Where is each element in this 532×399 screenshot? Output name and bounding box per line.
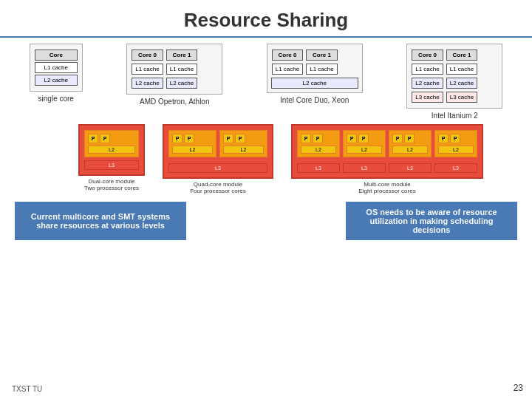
itanium-core0-l3: L3 cache <box>412 92 443 103</box>
intel-duo-core1-label: Core 1 <box>306 50 337 61</box>
multi-pp-row-3: P P <box>392 134 428 143</box>
multi-core-inner-4: P P L2 <box>434 130 477 157</box>
dual-core-inner: P P L2 <box>84 130 139 157</box>
bottom-row: Current multicore and SMT systems share … <box>7 202 525 240</box>
multi-l3-3: L3 <box>389 163 432 173</box>
l1-cache: L1 cache <box>35 62 78 73</box>
intel-duo-core1: Core 1 L1 cache <box>305 48 338 76</box>
quad-p1: P <box>172 134 183 143</box>
info-box-right: OS needs to be aware of resource utiliza… <box>346 202 517 240</box>
multi-p6: P <box>404 134 415 143</box>
quad-pp-row-1: P P <box>172 134 213 143</box>
arch-amd: Core 0 L1 cache L2 cache Core 1 L1 cache… <box>126 44 222 106</box>
arch-single-core: Core L1 cache L2 cache single core <box>30 44 83 103</box>
arch-intel-duo: Core 0 L1 cache Core 1 L1 cache L2 cache… <box>267 44 363 104</box>
amd-core1-l1: L1 cache <box>166 64 197 75</box>
quad-core-inner-1: P P L2 <box>168 130 216 157</box>
multi-pp-row-4: P P <box>438 134 474 143</box>
amd-cores: Core 0 L1 cache L2 cache Core 1 L1 cache… <box>131 48 218 90</box>
single-core-label: single core <box>38 95 74 103</box>
module-multi: P P L2 P P L2 P <box>291 124 483 194</box>
itanium-label: Intel Itanium 2 <box>432 112 478 120</box>
itanium-core1-label: Core 1 <box>446 50 477 61</box>
dual-l2: L2 <box>88 146 135 154</box>
page-title: Resource Sharing <box>0 9 532 32</box>
multi-core-inner-1: P P L2 <box>297 130 340 157</box>
itanium-core1: Core 1 L1 cache L2 cache L3 cache <box>446 48 478 104</box>
intel-duo-shared-l2: L2 cache <box>271 78 358 89</box>
amd-core1-label: Core 1 <box>166 50 197 61</box>
quad-module-label: Quad-core moduleFour processor cores <box>190 181 246 194</box>
multi-l3-4: L3 <box>434 163 477 173</box>
quad-p2: P <box>184 134 194 143</box>
dual-pp-row: P P <box>88 134 135 143</box>
multi-pp-row-1: P P <box>301 134 336 143</box>
page-number: 23 <box>514 383 523 393</box>
main-content: Core L1 cache L2 cache single core Core … <box>0 38 532 240</box>
page-header: Resource Sharing <box>0 0 532 38</box>
core-label: Core <box>35 50 78 61</box>
multi-l2-3: L2 <box>392 146 428 154</box>
amd-core1-l2: L2 cache <box>166 78 197 89</box>
arch-row: Core L1 cache L2 cache single core Core … <box>7 44 525 120</box>
itanium-core0-l1: L1 cache <box>412 64 443 75</box>
quad-l2-2: L2 <box>223 146 264 154</box>
module-row: P P L2 L3 Dual-core moduleTwo processor … <box>7 124 525 194</box>
intel-duo-core0-l1: L1 cache <box>272 64 303 75</box>
itanium-cores: Core 0 L1 cache L2 cache L3 cache Core 1… <box>411 48 498 104</box>
multi-p3: P <box>347 134 357 143</box>
intel-duo-label: Intel Core Duo, Xeon <box>280 96 349 104</box>
quad-pp-row-2: P P <box>223 134 264 143</box>
multi-l2-1: L2 <box>301 146 336 154</box>
multi-core-diagram: P P L2 P P L2 P <box>291 124 483 179</box>
quad-l2-1: L2 <box>172 146 213 154</box>
intel-duo-core0: Core 0 L1 cache <box>271 48 304 76</box>
intel-duo-core0-label: Core 0 <box>272 50 303 61</box>
multi-p5: P <box>392 134 403 143</box>
multi-l3-1: L3 <box>297 163 340 173</box>
quad-p3: P <box>223 134 233 143</box>
module-dual: P P L2 L3 Dual-core moduleTwo processor … <box>78 124 145 191</box>
itanium-core0-label: Core 0 <box>412 50 443 61</box>
itanium-core0: Core 0 L1 cache L2 cache L3 cache <box>411 48 443 104</box>
itanium-core1-l2: L2 cache <box>446 78 477 89</box>
multi-p8: P <box>450 134 460 143</box>
quad-core-inner-2: P P L2 <box>219 130 267 157</box>
itanium-core1-l3: L3 cache <box>446 92 477 103</box>
multi-l2-4: L2 <box>438 146 474 154</box>
quad-core-diagram: P P L2 P P L2 L3 <box>163 124 273 179</box>
dual-p1: P <box>88 134 98 143</box>
dual-p2: P <box>100 134 110 143</box>
quad-l3: L3 <box>168 163 267 173</box>
multi-module-label: Multi-core moduleEight processor cores <box>358 181 415 194</box>
multi-p2: P <box>313 134 323 143</box>
footer-label: TXST TU <box>6 381 42 393</box>
amd-core0-label: Core 0 <box>132 50 163 61</box>
amd-core0-l2: L2 cache <box>132 78 163 89</box>
itanium-core0-l2: L2 cache <box>412 78 443 89</box>
itanium-diagram: Core 0 L1 cache L2 cache L3 cache Core 1… <box>406 44 502 109</box>
intel-duo-cores: Core 0 L1 cache Core 1 L1 cache <box>271 48 358 76</box>
l2-cache: L2 cache <box>35 75 78 86</box>
quad-p4: P <box>235 134 245 143</box>
arch-itanium: Core 0 L1 cache L2 cache L3 cache Core 1… <box>406 44 502 120</box>
module-quad: P P L2 P P L2 L3 Quad-core modul <box>163 124 273 194</box>
dual-core-diagram: P P L2 L3 <box>78 124 145 176</box>
amd-label: AMD Opetron, Athlon <box>140 98 210 106</box>
intel-duo-diagram: Core 0 L1 cache Core 1 L1 cache L2 cache <box>267 44 363 93</box>
multi-core-inner-2: P P L2 <box>343 130 386 157</box>
multi-l3-2: L3 <box>343 163 386 173</box>
dual-module-label: Dual-core moduleTwo processor cores <box>84 178 139 191</box>
single-core-diagram: Core L1 cache L2 cache <box>30 44 83 92</box>
intel-duo-core1-l1: L1 cache <box>306 64 337 75</box>
dual-l3: L3 <box>84 160 139 170</box>
multi-l2-2: L2 <box>347 146 382 154</box>
info-box-left: Current multicore and SMT systems share … <box>15 202 186 240</box>
amd-core0: Core 0 L1 cache L2 cache <box>131 48 163 90</box>
multi-p4: P <box>358 134 369 143</box>
amd-core0-l1: L1 cache <box>132 64 163 75</box>
multi-p7: P <box>438 134 449 143</box>
itanium-core1-l1: L1 cache <box>446 64 477 75</box>
amd-core1: Core 1 L1 cache L2 cache <box>166 48 198 90</box>
amd-diagram: Core 0 L1 cache L2 cache Core 1 L1 cache… <box>126 44 222 95</box>
